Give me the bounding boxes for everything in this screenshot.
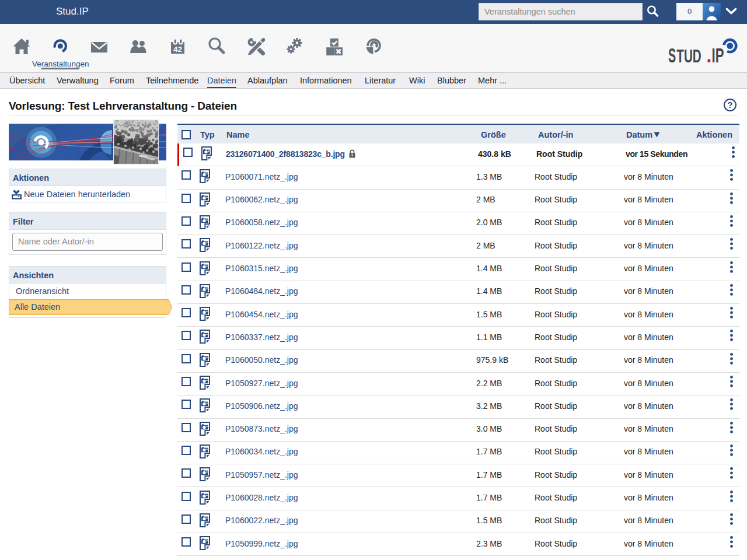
svg-text:TUD: TUD <box>676 46 701 65</box>
svg-text:IP: IP <box>712 44 724 65</box>
svg-text:42: 42 <box>173 45 182 54</box>
svg-text:S: S <box>668 44 676 65</box>
